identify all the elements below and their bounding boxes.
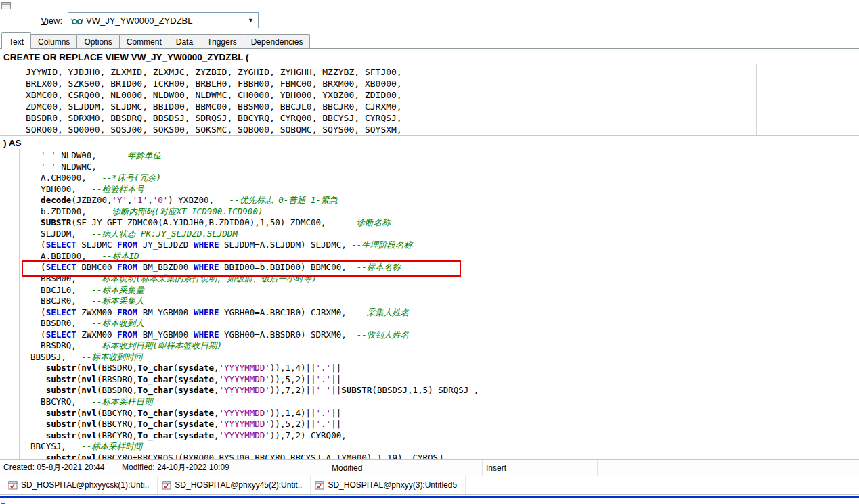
code-line: substr(nvl(BBSDRQ,To_char(sysdate,'YYYYM… [20,385,859,396]
columns-line: ZDMC00, SLJDDM, SLJDMC, BBID00, BBMC00, … [26,101,859,112]
view-icon [71,16,83,26]
code-line: BBCYRQ, --标本采样日期 [20,396,859,408]
sql-editor[interactable]: ' ' NLDW00, --年龄单位 ' ' NLDWMC, A.CH0000,… [0,149,859,459]
sql-window-icon [8,481,18,490]
session-tabs-bar: SD_HOSPITAL@phxyycsk(1):Unti..SD_HOSPITA… [0,476,859,495]
toolbar-fragment [0,0,859,8]
code-line: A.CH0000, --*床号(冗余) [20,173,859,184]
plsql-developer-view-editor: { "colors": { "keyword": "#0000cc", "str… [0,0,859,504]
taskbar-icon-fragment [0,498,8,504]
code-line: BBSDRQ, --标本收到日期(即样本签收日期) [20,340,859,352]
code-line: substr(nvl(BBCYRQ,To_char(sysdate,'YYYYM… [20,419,859,430]
status-bar: Created: 05-8月-2021 20:44 Modified: 24-1… [0,459,859,476]
sql-window-icon [315,481,324,490]
session-tab[interactable]: SD_HOSPITAL@phxyycsk(1):Unti.. [4,476,158,494]
tab-dependencies[interactable]: Dependencies [244,34,311,48]
code-line: substr(nvl(BBSDRQ,To_char(sysdate,'YYYYM… [20,363,859,374]
tab-options[interactable]: Options [76,34,119,48]
sql-window-icon [162,481,171,490]
columns-line: BRLX00, SZKS00, BRID00, ICKH00, BRBLH0, … [26,78,859,89]
code-line: b.ZDID00, --诊断内部码(对应XT_ICD900.ICD900) [20,206,859,218]
status-spacer-end [598,460,859,476]
view-label: View: [0,16,68,26]
code-line: decode(JZBZ00,'Y','1','0') YXBZ00, --优先标… [20,195,859,206]
view-columns-editor[interactable]: JYYWID, YJDJH0, ZLXMID, ZLXMJC, ZYZBID, … [0,64,859,135]
tab-text[interactable]: Text [1,32,31,49]
code-line: SLJDDM, --病人状态 PK:JY_SLJDZD.SLJDDM [20,229,859,240]
tab-columns[interactable]: Columns [30,34,77,48]
view-combobox[interactable]: VW_JY_YW0000_ZYDZBL ▼ [68,12,259,28]
status-modified: Modified: 24-10月-2022 10:09 [118,460,328,476]
columns-line: SQRQ00, SQ0000, SQSJ00, SQKS00, SQKSMC, … [26,124,859,135]
session-tab-label: SD_HOSPITAL@phxyycsk(1):Unti.. [21,480,149,490]
code-line: substr(nvl(BBSDRQ,To_char(sysdate,'YYYYM… [20,374,859,386]
tab-triggers[interactable]: Triggers [200,34,244,48]
columns-line: JYYWID, YJDJH0, ZLXMID, ZLXMJC, ZYZBID, … [26,66,859,78]
code-line: BBSDR0, --标本收到人 [20,318,859,329]
session-tab[interactable]: SD_HOSPITAL@phxyy(3):Untitled5 [311,476,466,494]
code-line: BBSDSJ, --标本收到时间 [20,352,859,363]
code-line: A.BBID00, --标本ID [20,251,859,262]
session-tab-label: SD_HOSPITAL@phxyy(3):Untitled5 [328,480,457,490]
as-label: ) AS [0,135,859,149]
code-line: substr(nvl(BBCYRQ,To_char(sysdate,'YYYYM… [20,408,859,419]
code-line: SUBSTR(SF_JY_GET_ZDMC00(A.YJDJH0,B.ZDID0… [20,217,859,229]
code-line: (SELECT SLJDMC FROM JY_SLJDZD WHERE SLJD… [20,239,859,251]
code-line: YBH000, --检验样本号 [20,184,859,196]
code-line: BBCJL0, --标本采集量 [20,285,859,296]
tab-data[interactable]: Data [169,34,200,48]
gutter-line [19,149,20,459]
code-line: (SELECT ZWXM00 FROM BM_YGBM00 WHERE YGBH… [20,307,859,319]
status-mode: Insert [483,460,598,476]
columns-line: XBMC00, CSRQ00, NL0000, NLDW00, NLDWMC, … [26,89,859,101]
ddl-header-line: CREATE OR REPLACE VIEW VW_JY_YW0000_ZYDZ… [0,49,859,64]
code-line: BBCJR0, --标本采集人 [20,296,859,307]
right-margin-line [756,64,757,135]
code-line: ' ' NLDW00, --年龄单位 [20,150,859,162]
code-line: substr(nvl(BBCYRQ,To_char(sysdate,'YYYYM… [20,430,859,442]
toolbar-icon-fragment [1,0,11,12]
view-selector-row: View: VW_JY_YW0000_ZYDZBL ▼ [0,8,859,32]
code-line: ' ' NLDWMC, [20,162,859,173]
code-line-highlighted: (SELECT BBMC00 FROM BM_BBZD00 WHERE BBID… [20,262,859,273]
session-tab-label: SD_HOSPITAL@phxyy45(2):Untit.. [175,480,302,490]
tab-strip: TextColumnsOptionsCommentDataTriggersDep… [0,32,859,49]
bottom-fragment [0,498,859,504]
code-line: BBSM00, --标本说明(标本采集的条件说明, 如饭前、饭后一小时等) [20,273,859,285]
columns-line: BBSDR0, SDRXM0, BBSDRQ, BBSDSJ, SDRQSJ, … [26,112,859,124]
status-state: Modified [328,460,428,476]
combo-arrow-icon[interactable]: ▼ [246,17,256,24]
code-line: BBCYSJ, --标本采样时间 [20,441,859,453]
code-line: (SELECT ZWXM00 FROM BM_YGBM00 WHERE YGBH… [20,329,859,341]
status-created: Created: 05-8月-2021 20:44 [0,460,118,476]
status-spacer [428,460,483,476]
view-combobox-value: VW_JY_YW0000_ZYDZBL [86,16,246,26]
tab-comment[interactable]: Comment [119,34,169,48]
session-tab[interactable]: SD_HOSPITAL@phxyy45(2):Untit.. [158,476,311,494]
code-line: substr(nvl(BBCYRQ+BBCYRQSJ(BYRQ00,BYSJ00… [20,453,859,459]
